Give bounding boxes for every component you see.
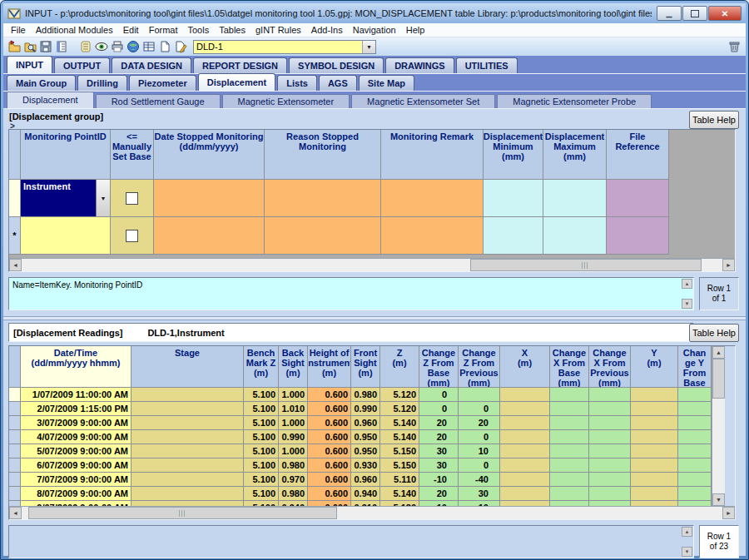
reading-cell[interactable]: 0.600 [308, 444, 351, 458]
row-selector[interactable] [9, 388, 21, 402]
reading-cell[interactable]: 30 [459, 487, 500, 501]
displacement-minimum-cell[interactable] [484, 180, 543, 217]
reading-cell[interactable]: 5.120 [380, 402, 419, 416]
reading-cell[interactable]: 0.990 [279, 430, 308, 444]
reading-cell[interactable] [550, 402, 589, 416]
reading-cell[interactable] [631, 487, 678, 501]
subtab-drilling[interactable]: Drilling [77, 75, 127, 91]
data-table-icon[interactable] [141, 39, 157, 54]
preview-eye-icon[interactable] [94, 39, 110, 54]
reading-cell[interactable]: 20 [419, 487, 459, 501]
reading-cell[interactable]: 5.140 [380, 430, 419, 444]
reading-cell[interactable]: 5.100 [244, 444, 279, 458]
menu-edit[interactable]: Edit [118, 25, 144, 35]
scroll-left-icon[interactable]: ◄ [9, 259, 22, 271]
reading-cell[interactable]: 5.140 [380, 487, 419, 501]
reading-cell[interactable] [550, 388, 589, 402]
new-document-icon[interactable] [157, 39, 173, 54]
row-selector[interactable] [9, 487, 21, 501]
menu-add-ins[interactable]: Add-Ins [306, 25, 348, 35]
reason-stopped-cell[interactable] [265, 217, 381, 255]
status-scroll-down-icon[interactable]: ▼ [682, 299, 692, 309]
reading-cell[interactable] [550, 416, 589, 430]
menu-format[interactable]: Format [144, 25, 183, 35]
reading-cell[interactable]: 0 [419, 388, 459, 402]
datetime-cell[interactable]: 8/07/2009 9:00:00 AM [21, 487, 131, 501]
close-button[interactable]: ✕ [708, 6, 742, 21]
manually-set-base-checkbox[interactable] [126, 230, 138, 242]
scrollbar-thumb[interactable] [712, 359, 725, 399]
reading-cell[interactable] [631, 458, 678, 473]
reading-cell[interactable] [678, 416, 712, 430]
reading-cell[interactable]: 5.100 [244, 430, 279, 444]
reading-cell[interactable]: 5.120 [380, 388, 419, 402]
tab-symbol-design[interactable]: SYMBOL DESIGN [289, 57, 384, 73]
menu-additional-modules[interactable]: Additional Modules [31, 25, 118, 35]
reading-cell[interactable]: 0.980 [279, 458, 308, 473]
manually-set-base-cell[interactable] [111, 180, 154, 217]
tab-input[interactable]: INPUT [7, 56, 52, 73]
subtab-lists[interactable]: Lists [277, 75, 317, 91]
tab-drawings[interactable]: DRAWINGS [385, 57, 454, 73]
scroll-up-icon[interactable]: ▲ [712, 346, 725, 359]
point-id-combobox[interactable]: DLD-1 ▼ [193, 40, 376, 54]
open-project-icon[interactable] [7, 39, 22, 54]
reading-cell[interactable]: 5.100 [244, 402, 279, 416]
reading-cell[interactable] [631, 444, 678, 458]
chevron-down-icon[interactable]: ▼ [96, 180, 110, 216]
date-stopped-cell[interactable] [154, 217, 265, 255]
reading-cell[interactable]: -10 [419, 473, 459, 487]
reading-cell[interactable]: 20 [419, 416, 459, 430]
reading-cell[interactable]: 5.100 [244, 473, 279, 487]
row-selector[interactable] [9, 444, 21, 458]
reading-cell[interactable]: 0.980 [279, 487, 308, 501]
reading-cell[interactable] [500, 416, 550, 430]
reading-cell[interactable]: 5.100 [244, 458, 279, 473]
edit-document-icon[interactable] [173, 39, 189, 54]
reading-cell[interactable] [631, 402, 678, 416]
reading-cell[interactable] [589, 402, 631, 416]
row-selector[interactable] [9, 402, 21, 416]
row-selector[interactable] [9, 416, 21, 430]
reading-cell[interactable] [631, 473, 678, 487]
maximize-button[interactable] [682, 6, 707, 21]
table-help-button-group[interactable]: Table Help [689, 111, 739, 129]
datetime-cell[interactable]: 4/07/2009 9:00:00 AM [21, 430, 131, 444]
subtab-piezometer[interactable]: Piezometer [129, 75, 196, 91]
tabletab-magnetic-extensometer[interactable]: Magnetic Extensometer [222, 94, 350, 108]
row-selector[interactable] [9, 180, 21, 217]
reading-cell[interactable]: 0 [459, 402, 500, 416]
reading-cell[interactable]: 0.600 [308, 402, 351, 416]
reading-cell[interactable]: 0.930 [351, 458, 380, 473]
menu-tools[interactable]: Tools [183, 25, 215, 35]
reading-cell[interactable]: 0.960 [351, 473, 380, 487]
document-scroll-icon[interactable] [78, 39, 94, 54]
status-scroll-down-icon[interactable]: ▼ [682, 547, 692, 557]
datetime-cell[interactable]: 2/07/2009 1:15:00 PM [21, 402, 131, 416]
reading-cell[interactable]: 0.600 [308, 430, 351, 444]
subtab-site-map[interactable]: Site Map [359, 75, 414, 91]
row-selector[interactable] [9, 473, 21, 487]
monitoring-point-id-cell[interactable] [21, 217, 111, 255]
group-horizontal-scrollbar[interactable]: ◄ ► [9, 258, 735, 271]
reading-cell[interactable]: 5.110 [380, 473, 419, 487]
reading-cell[interactable] [589, 416, 631, 430]
reading-cell[interactable] [550, 473, 589, 487]
reading-cell[interactable]: 1.000 [279, 416, 308, 430]
reading-cell[interactable]: 1.000 [279, 444, 308, 458]
reading-cell[interactable]: 0.960 [351, 416, 380, 430]
reading-cell[interactable]: 5.150 [380, 458, 419, 473]
reading-cell[interactable]: 0.990 [351, 402, 380, 416]
reading-cell[interactable]: 1.000 [279, 388, 308, 402]
print-icon[interactable] [110, 39, 126, 54]
reading-cell[interactable]: 0.600 [308, 487, 351, 501]
save-icon[interactable] [38, 39, 54, 54]
reading-cell[interactable] [131, 402, 244, 416]
reading-cell[interactable]: 5.100 [244, 487, 279, 501]
reading-cell[interactable] [589, 388, 631, 402]
tabletab-rod-settlement-gauge[interactable]: Rod Settlement Gauge [96, 94, 221, 108]
reading-cell[interactable] [678, 388, 712, 402]
reading-cell[interactable] [589, 473, 631, 487]
reading-cell[interactable] [550, 444, 589, 458]
file-reference-cell[interactable] [607, 217, 669, 255]
